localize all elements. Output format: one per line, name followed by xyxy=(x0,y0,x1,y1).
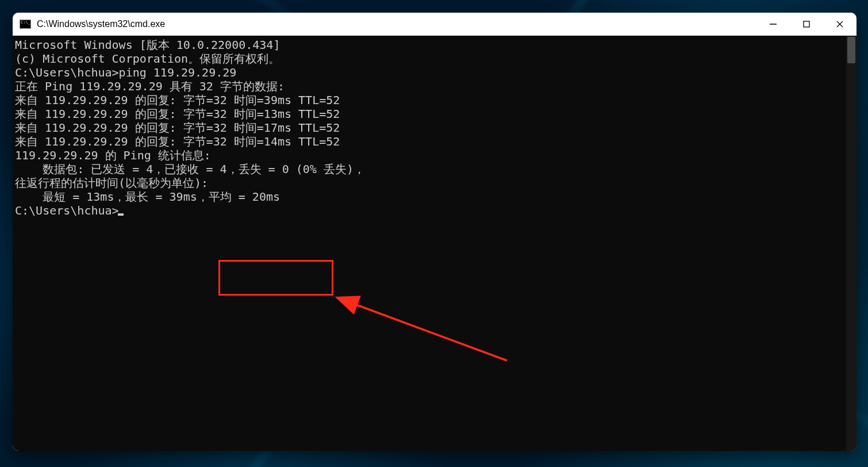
terminal-line: 数据包: 已发送 = 4，已接收 = 4，丢失 = 0 (0% 丢失)， xyxy=(15,162,842,176)
terminal-line: 正在 Ping 119.29.29.29 具有 32 字节的数据: xyxy=(15,79,842,93)
terminal-line: C:\Users\hchua> xyxy=(15,204,842,217)
terminal-line: 119.29.29.29 的 Ping 统计信息: xyxy=(15,148,842,162)
cmd-app-icon xyxy=(20,20,31,29)
window-title: C:\Windows\system32\cmd.exe xyxy=(37,19,165,29)
maximize-button[interactable] xyxy=(790,13,823,36)
terminal-line: C:\Users\hchua>ping 119.29.29.29 xyxy=(15,66,842,79)
titlebar[interactable]: C:\Windows\system32\cmd.exe xyxy=(13,13,857,36)
close-icon xyxy=(836,20,844,28)
minimize-button[interactable] xyxy=(756,13,790,36)
cmd-window: C:\Windows\system32\cmd.exe Microsoft Wi… xyxy=(13,13,857,451)
terminal-output[interactable]: Microsoft Windows [版本 10.0.22000.434](c)… xyxy=(13,36,846,451)
terminal-line: (c) Microsoft Corporation。保留所有权利。 xyxy=(15,52,842,66)
window-controls xyxy=(756,13,857,36)
close-button[interactable] xyxy=(823,13,857,36)
terminal-line: 来自 119.29.29.29 的回复: 字节=32 时间=39ms TTL=5… xyxy=(15,93,842,107)
terminal-line: 来自 119.29.29.29 的回复: 字节=32 时间=17ms TTL=5… xyxy=(15,121,842,135)
minimize-icon xyxy=(769,20,777,28)
svg-rect-1 xyxy=(804,21,809,27)
maximize-icon xyxy=(802,20,811,28)
scrollbar-thumb[interactable] xyxy=(847,37,855,63)
terminal-line: 来自 119.29.29.29 的回复: 字节=32 时间=13ms TTL=5… xyxy=(15,107,842,121)
cursor xyxy=(118,213,124,216)
terminal-line: 最短 = 13ms，最长 = 39ms，平均 = 20ms xyxy=(15,190,842,204)
terminal-line: Microsoft Windows [版本 10.0.22000.434] xyxy=(15,38,842,52)
terminal-area: Microsoft Windows [版本 10.0.22000.434](c)… xyxy=(13,36,857,451)
terminal-line: 来自 119.29.29.29 的回复: 字节=32 时间=14ms TTL=5… xyxy=(15,135,842,148)
scrollbar[interactable] xyxy=(846,36,857,451)
terminal-line: 往返行程的估计时间(以毫秒为单位): xyxy=(15,176,842,190)
